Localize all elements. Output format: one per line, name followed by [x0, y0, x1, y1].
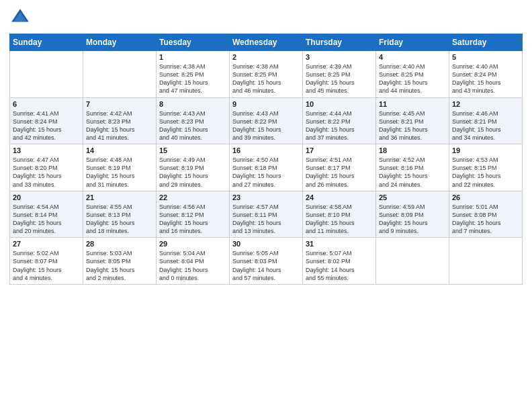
day-number: 14: [86, 146, 153, 154]
day-info: Sunrise: 4:50 AM Sunset: 8:18 PM Dayligh…: [232, 156, 300, 189]
calendar-cell: 17Sunrise: 4:51 AM Sunset: 8:17 PM Dayli…: [303, 144, 376, 191]
day-number: 20: [13, 193, 80, 201]
logo-icon: [9, 7, 31, 28]
weekday-row: SundayMondayTuesdayWednesdayThursdayFrid…: [10, 34, 523, 51]
day-info: Sunrise: 4:40 AM Sunset: 8:25 PM Dayligh…: [379, 62, 446, 95]
weekday-header-monday: Monday: [83, 34, 157, 51]
week-row-3: 13Sunrise: 4:47 AM Sunset: 8:20 PM Dayli…: [10, 144, 523, 191]
calendar-cell: 14Sunrise: 4:48 AM Sunset: 8:19 PM Dayli…: [83, 144, 157, 191]
calendar: SundayMondayTuesdayWednesdayThursdayFrid…: [9, 34, 523, 285]
day-number: 28: [86, 240, 153, 248]
day-info: Sunrise: 5:01 AM Sunset: 8:08 PM Dayligh…: [452, 203, 519, 236]
day-info: Sunrise: 4:58 AM Sunset: 8:10 PM Dayligh…: [306, 203, 373, 236]
weekday-header-friday: Friday: [376, 34, 449, 51]
calendar-cell: 30Sunrise: 5:05 AM Sunset: 8:03 PM Dayli…: [230, 238, 303, 285]
day-number: 18: [379, 146, 446, 154]
day-info: Sunrise: 4:51 AM Sunset: 8:17 PM Dayligh…: [306, 156, 373, 189]
day-info: Sunrise: 4:38 AM Sunset: 8:25 PM Dayligh…: [159, 62, 226, 95]
calendar-cell: 15Sunrise: 4:49 AM Sunset: 8:19 PM Dayli…: [157, 144, 230, 191]
day-info: Sunrise: 4:52 AM Sunset: 8:16 PM Dayligh…: [379, 156, 446, 189]
calendar-cell: 28Sunrise: 5:03 AM Sunset: 8:05 PM Dayli…: [83, 238, 157, 285]
day-info: Sunrise: 4:47 AM Sunset: 8:20 PM Dayligh…: [13, 156, 80, 189]
calendar-cell: 31Sunrise: 5:07 AM Sunset: 8:02 PM Dayli…: [303, 238, 376, 285]
day-info: Sunrise: 4:57 AM Sunset: 8:11 PM Dayligh…: [232, 203, 300, 236]
day-info: Sunrise: 4:56 AM Sunset: 8:12 PM Dayligh…: [159, 203, 226, 236]
weekday-header-thursday: Thursday: [303, 34, 376, 51]
calendar-cell: 22Sunrise: 4:56 AM Sunset: 8:12 PM Dayli…: [157, 191, 230, 238]
day-info: Sunrise: 5:05 AM Sunset: 8:03 PM Dayligh…: [232, 249, 300, 282]
calendar-cell: 2Sunrise: 4:38 AM Sunset: 8:25 PM Daylig…: [230, 51, 303, 98]
day-info: Sunrise: 5:02 AM Sunset: 8:07 PM Dayligh…: [13, 249, 80, 282]
week-row-1: 1Sunrise: 4:38 AM Sunset: 8:25 PM Daylig…: [10, 51, 523, 98]
weekday-header-wednesday: Wednesday: [230, 34, 303, 51]
day-number: 27: [13, 240, 80, 248]
day-info: Sunrise: 4:59 AM Sunset: 8:09 PM Dayligh…: [379, 203, 446, 236]
day-info: Sunrise: 4:43 AM Sunset: 8:23 PM Dayligh…: [159, 109, 226, 142]
calendar-cell: 8Sunrise: 4:43 AM Sunset: 8:23 PM Daylig…: [157, 97, 230, 144]
week-row-4: 20Sunrise: 4:54 AM Sunset: 8:14 PM Dayli…: [10, 191, 523, 238]
day-info: Sunrise: 4:38 AM Sunset: 8:25 PM Dayligh…: [232, 62, 300, 95]
calendar-cell: [449, 238, 523, 285]
calendar-cell: 20Sunrise: 4:54 AM Sunset: 8:14 PM Dayli…: [10, 191, 83, 238]
calendar-cell: 4Sunrise: 4:40 AM Sunset: 8:25 PM Daylig…: [376, 51, 449, 98]
day-info: Sunrise: 4:49 AM Sunset: 8:19 PM Dayligh…: [159, 156, 226, 189]
week-row-5: 27Sunrise: 5:02 AM Sunset: 8:07 PM Dayli…: [10, 238, 523, 285]
calendar-cell: [83, 51, 157, 98]
day-number: 5: [452, 53, 519, 61]
calendar-cell: 9Sunrise: 4:43 AM Sunset: 8:22 PM Daylig…: [230, 97, 303, 144]
calendar-cell: 18Sunrise: 4:52 AM Sunset: 8:16 PM Dayli…: [376, 144, 449, 191]
day-number: 21: [86, 193, 153, 201]
day-number: 12: [452, 100, 519, 108]
day-info: Sunrise: 5:04 AM Sunset: 8:04 PM Dayligh…: [159, 249, 226, 282]
day-number: 13: [13, 146, 80, 154]
week-row-2: 6Sunrise: 4:41 AM Sunset: 8:24 PM Daylig…: [10, 97, 523, 144]
day-number: 6: [13, 100, 80, 108]
calendar-cell: 16Sunrise: 4:50 AM Sunset: 8:18 PM Dayli…: [230, 144, 303, 191]
day-number: 2: [232, 53, 300, 61]
calendar-cell: 10Sunrise: 4:44 AM Sunset: 8:22 PM Dayli…: [303, 97, 376, 144]
calendar-cell: 25Sunrise: 4:59 AM Sunset: 8:09 PM Dayli…: [376, 191, 449, 238]
day-number: 19: [452, 146, 519, 154]
calendar-cell: [10, 51, 83, 98]
page: SundayMondayTuesdayWednesdayThursdayFrid…: [0, 0, 532, 411]
calendar-cell: 27Sunrise: 5:02 AM Sunset: 8:07 PM Dayli…: [10, 238, 83, 285]
day-info: Sunrise: 4:40 AM Sunset: 8:24 PM Dayligh…: [452, 62, 519, 95]
day-number: 4: [379, 53, 446, 61]
day-info: Sunrise: 4:46 AM Sunset: 8:21 PM Dayligh…: [452, 109, 519, 142]
day-number: 7: [86, 100, 153, 108]
calendar-cell: 6Sunrise: 4:41 AM Sunset: 8:24 PM Daylig…: [10, 97, 83, 144]
day-number: 10: [306, 100, 373, 108]
day-info: Sunrise: 5:03 AM Sunset: 8:05 PM Dayligh…: [86, 249, 153, 282]
calendar-cell: 11Sunrise: 4:45 AM Sunset: 8:21 PM Dayli…: [376, 97, 449, 144]
day-number: 30: [232, 240, 300, 248]
day-number: 17: [306, 146, 373, 154]
day-number: 26: [452, 193, 519, 201]
day-number: 24: [306, 193, 373, 201]
calendar-cell: 5Sunrise: 4:40 AM Sunset: 8:24 PM Daylig…: [449, 51, 523, 98]
day-number: 31: [306, 240, 373, 248]
day-number: 15: [159, 146, 226, 154]
calendar-cell: 26Sunrise: 5:01 AM Sunset: 8:08 PM Dayli…: [449, 191, 523, 238]
calendar-cell: 23Sunrise: 4:57 AM Sunset: 8:11 PM Dayli…: [230, 191, 303, 238]
calendar-cell: 12Sunrise: 4:46 AM Sunset: 8:21 PM Dayli…: [449, 97, 523, 144]
logo: [9, 7, 34, 28]
day-number: 3: [306, 53, 373, 61]
day-number: 16: [232, 146, 300, 154]
calendar-cell: 24Sunrise: 4:58 AM Sunset: 8:10 PM Dayli…: [303, 191, 376, 238]
calendar-cell: 3Sunrise: 4:39 AM Sunset: 8:25 PM Daylig…: [303, 51, 376, 98]
day-number: 25: [379, 193, 446, 201]
day-number: 8: [159, 100, 226, 108]
calendar-header: SundayMondayTuesdayWednesdayThursdayFrid…: [10, 34, 523, 51]
day-number: 22: [159, 193, 226, 201]
day-info: Sunrise: 4:44 AM Sunset: 8:22 PM Dayligh…: [306, 109, 373, 142]
calendar-cell: 1Sunrise: 4:38 AM Sunset: 8:25 PM Daylig…: [157, 51, 230, 98]
weekday-header-saturday: Saturday: [449, 34, 523, 51]
day-number: 23: [232, 193, 300, 201]
day-info: Sunrise: 4:39 AM Sunset: 8:25 PM Dayligh…: [306, 62, 373, 95]
calendar-cell: 7Sunrise: 4:42 AM Sunset: 8:23 PM Daylig…: [83, 97, 157, 144]
day-number: 11: [379, 100, 446, 108]
day-number: 1: [159, 53, 226, 61]
day-info: Sunrise: 4:41 AM Sunset: 8:24 PM Dayligh…: [13, 109, 80, 142]
weekday-header-tuesday: Tuesday: [157, 34, 230, 51]
weekday-header-sunday: Sunday: [10, 34, 83, 51]
